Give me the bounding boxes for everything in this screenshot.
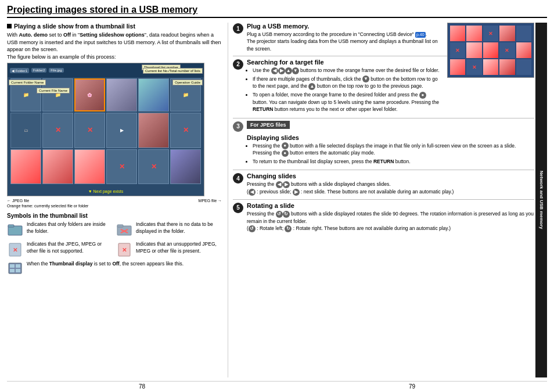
divider-2 bbox=[233, 118, 534, 118]
callout-orange-frame: Orange frame: currently selected file or… bbox=[7, 204, 222, 208]
thumb-7: 🗂 bbox=[10, 113, 41, 148]
thumb-10: ▶ bbox=[106, 113, 137, 148]
thumb-14 bbox=[42, 149, 73, 185]
symbol-item-3: ✕ Indicates that the JPEG, MPEG or other… bbox=[7, 241, 113, 257]
page-title: Projecting images stored in a USB memory bbox=[7, 5, 547, 18]
usb-thumb-9: ✕ bbox=[499, 42, 515, 58]
thumb-13 bbox=[10, 149, 41, 185]
step6-number: 5 bbox=[233, 203, 243, 213]
svg-rect-13 bbox=[10, 269, 15, 272]
step4-section: 3 Displaying slides Pressing the ● butto… bbox=[233, 134, 534, 167]
svg-text:✕: ✕ bbox=[122, 247, 127, 253]
step1-link-ref: p.40 bbox=[415, 32, 426, 38]
step1-number: 1 bbox=[233, 23, 243, 34]
callout-current-file: Current File Name bbox=[37, 88, 70, 93]
right-col-inner: ✕ ✕ ✕ ✕ bbox=[233, 23, 534, 232]
thumb-12: ✕ bbox=[170, 113, 201, 148]
usb-thumb-4 bbox=[499, 26, 515, 41]
callout-operation-guide: Operation Guide bbox=[172, 80, 203, 85]
symbols-grid: Indicates that only folders are inside t… bbox=[7, 221, 222, 277]
btn-left: ◀ bbox=[271, 67, 278, 74]
btn-enter2: ● bbox=[282, 142, 289, 149]
usb-thumb-8 bbox=[483, 42, 498, 58]
btn-rot-left-label: ↺ bbox=[249, 225, 256, 232]
header-btn1: ◀ Folder1 bbox=[10, 68, 29, 73]
step1-content: Plug a USB memory. Plug a USB memory acc… bbox=[247, 23, 443, 52]
main-content: Playing a slide show from a thumbnail li… bbox=[7, 23, 547, 377]
btn-rot-right-label: ↻ bbox=[285, 225, 292, 232]
playing-section-header: Playing a slide show from a thumbnail li… bbox=[7, 23, 222, 30]
step4-body: Pressing the ● button with a file select… bbox=[247, 142, 534, 166]
black-square-icon bbox=[7, 24, 12, 28]
step5-body: Pressing the ◀▶ buttons with a slide dis… bbox=[247, 181, 534, 196]
auto-demo-text: Auto. demo bbox=[19, 32, 48, 38]
thumb-2: 📁 bbox=[42, 78, 73, 112]
page-numbers: 78 79 bbox=[7, 381, 547, 390]
symbol-text-3: Indicates that the JPEG, MPEG or other f… bbox=[27, 241, 113, 254]
callout-jpeg-file: ← JPEG file bbox=[7, 199, 29, 203]
step2-section: 2 Searching for a target file Use the ◀▶… bbox=[233, 59, 443, 114]
right-page-number: 79 bbox=[409, 383, 415, 390]
symbols-title: Symbols in the thumbnail list bbox=[7, 213, 222, 219]
symbol-item-2: Indicates that there is no data to be di… bbox=[116, 221, 222, 238]
thumbnail-off-icon bbox=[7, 261, 23, 277]
divider-4 bbox=[233, 199, 534, 200]
usb-thumb-12: ✕ bbox=[466, 59, 481, 75]
usb-thumb-3: ✕ bbox=[483, 26, 498, 41]
svg-rect-12 bbox=[16, 264, 20, 268]
svg-rect-1 bbox=[8, 225, 14, 227]
divider-3 bbox=[233, 170, 534, 170]
right-column: ✕ ✕ ✕ ✕ bbox=[228, 23, 547, 377]
thumb-18 bbox=[170, 149, 201, 185]
btn-prev-slide: ◀ bbox=[276, 181, 283, 188]
off-text: Off bbox=[63, 32, 71, 38]
usb-thumb-10 bbox=[516, 42, 531, 58]
thumb-11 bbox=[138, 113, 169, 148]
thumb-4 bbox=[106, 78, 137, 112]
step2-body: Use the ◀▶▲▼ buttons to move the orange … bbox=[247, 67, 443, 113]
btn-rot-left: ↺ bbox=[276, 211, 283, 218]
step2-number: 2 bbox=[233, 59, 243, 70]
left-column: Playing a slide show from a thumbnail li… bbox=[7, 23, 222, 377]
thumb-15 bbox=[74, 149, 105, 185]
usb-thumb-14 bbox=[499, 59, 515, 75]
svg-text:✕: ✕ bbox=[13, 247, 17, 253]
svg-rect-14 bbox=[16, 269, 20, 272]
unsupported-icon: ✕ bbox=[7, 241, 23, 257]
step4-title: Displaying slides bbox=[247, 134, 534, 141]
step2-title: Searching for a target file bbox=[247, 59, 443, 66]
folder-only-icon bbox=[7, 221, 23, 238]
thumb-3-selected: 🌸 bbox=[74, 78, 105, 112]
step5-title: Changing slides bbox=[247, 172, 534, 179]
usb-thumb-7 bbox=[466, 42, 481, 58]
playing-section-title: Playing a slide show from a thumbnail li… bbox=[14, 23, 135, 30]
callout-current-list: Current list No./Total number of lists bbox=[143, 68, 203, 74]
step1-body: Plug a USB memory according to the proce… bbox=[247, 31, 443, 52]
step2-content: Searching for a target file Use the ◀▶▲▼… bbox=[247, 59, 443, 114]
sidebar-text: Network and USB memory bbox=[539, 171, 544, 229]
intro-text: With Auto. demo set to Off in "Setting s… bbox=[7, 31, 222, 60]
symbol-text-4: Indicates that an unsupported JPEG, MPEG… bbox=[136, 241, 222, 254]
step3-number: 3 bbox=[233, 121, 243, 132]
next-page-label: ▼ Next page exists bbox=[8, 189, 204, 193]
step6-title: Rotating a slide bbox=[247, 202, 534, 209]
usb-image-area: ✕ ✕ ✕ ✕ bbox=[447, 23, 534, 78]
figure-note: The figure below is an example of this p… bbox=[7, 54, 116, 60]
usb-thumb-5 bbox=[516, 26, 531, 41]
symbol-item-4: ✕ Indicates that an unsupported JPEG, MP… bbox=[116, 241, 222, 257]
unsupported2-icon: ✕ bbox=[116, 241, 132, 257]
svg-rect-3 bbox=[117, 225, 123, 227]
setting-text: Setting slideshow options bbox=[80, 32, 145, 38]
symbol-text-1: Indicates that only folders are inside t… bbox=[27, 221, 113, 235]
step6-content: Rotating a slide Pressing the ↺↻ buttons… bbox=[247, 202, 534, 232]
page-container: Projecting images stored in a USB memory… bbox=[0, 0, 554, 392]
thumb-5 bbox=[138, 78, 169, 112]
no-data-icon bbox=[116, 221, 132, 238]
left-page-number: 78 bbox=[139, 383, 145, 390]
symbol-item-5: When the Thumbnail display is set to Off… bbox=[7, 261, 222, 277]
btn-up: ▲ bbox=[285, 67, 292, 74]
step1-title: Plug a USB memory. bbox=[247, 23, 443, 30]
callout-current-folder: Current Folder Name bbox=[9, 80, 46, 85]
usb-thumb-13 bbox=[483, 59, 498, 75]
diagram-annotations: ← JPEG file MPEG file → bbox=[7, 199, 222, 203]
